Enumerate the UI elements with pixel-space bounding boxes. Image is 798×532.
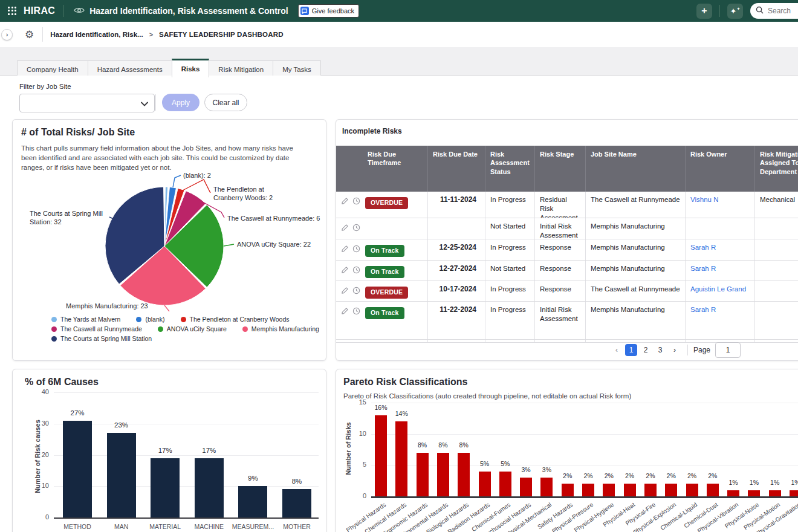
clock-icon[interactable] — [352, 245, 360, 255]
chevron-right-icon: › — [6, 31, 8, 38]
bar-14[interactable] — [644, 484, 657, 496]
bar-4[interactable] — [437, 453, 449, 496]
pencil-icon[interactable] — [341, 287, 349, 297]
pagination-prev-icon[interactable]: ‹ — [611, 344, 623, 356]
bar-7[interactable] — [499, 472, 511, 496]
pagination-next-icon[interactable]: › — [669, 344, 681, 356]
bar-5[interactable] — [458, 453, 470, 496]
bar-4[interactable] — [195, 458, 224, 517]
bar-20[interactable] — [769, 490, 781, 496]
pareto-card: Pareto Risk Classifications Pareto of Ri… — [336, 369, 798, 532]
tab-my-tasks[interactable]: My Tasks — [273, 60, 321, 77]
risk-owner-link[interactable]: Aguistin Le Grand — [690, 285, 746, 293]
bar-21[interactable] — [790, 490, 798, 496]
gear-icon[interactable]: ⚙ — [25, 30, 34, 40]
search-box[interactable] — [750, 3, 798, 19]
bar-18[interactable] — [727, 490, 739, 496]
legend-label: ANOVA uCity Square — [167, 325, 227, 332]
bar-9[interactable] — [540, 478, 553, 496]
assessment-status-cell: In Progress — [485, 281, 535, 301]
timeframe-badge: On Track — [365, 245, 404, 257]
breadcrumb-app[interactable]: Hazard Identification, Risk... — [50, 31, 143, 38]
tab-hazard-assessments[interactable]: Hazard Assessments — [88, 60, 172, 77]
pie-callout-label: ANOVA uCity Square: 22 — [237, 240, 337, 248]
bar-11[interactable] — [582, 484, 594, 496]
risk-owner-link[interactable]: Sarah R — [690, 244, 716, 251]
gridline — [371, 465, 798, 465]
risk-owner-link[interactable]: Sarah R — [690, 306, 716, 313]
bar-2[interactable] — [395, 421, 407, 496]
app-grid-icon[interactable] — [8, 7, 17, 16]
clock-icon[interactable] — [352, 197, 360, 207]
bar-1[interactable] — [375, 415, 387, 496]
gridline — [371, 403, 798, 403]
due-date-cell: 11-22-2024 — [428, 302, 485, 342]
bar-8[interactable] — [520, 478, 532, 496]
give-feedback-label: Give feedback — [312, 7, 354, 15]
bar-6[interactable] — [282, 489, 311, 517]
bar-2[interactable] — [107, 433, 136, 517]
pencil-icon[interactable] — [341, 245, 349, 255]
risk-owner-cell: Sarah R — [686, 261, 755, 281]
bar-19[interactable] — [748, 490, 760, 496]
column-header: Job Site Name — [586, 146, 686, 192]
y-tick-label: 30 — [32, 420, 49, 427]
ai-assistant-button[interactable]: ✦✦ — [727, 4, 743, 19]
bar-3[interactable] — [151, 458, 180, 517]
clock-icon[interactable] — [352, 307, 360, 317]
pagination-page-2[interactable]: 2 — [640, 344, 652, 356]
table-title: Incomplete Risks — [342, 127, 402, 135]
bar-10[interactable] — [562, 484, 574, 496]
risk-owner-link[interactable]: Vishnu N — [690, 196, 718, 203]
row-icons — [341, 197, 360, 207]
risk-stage-cell: Initial Risk Assessment — [535, 302, 586, 342]
clear-all-button[interactable]: Clear all — [204, 94, 247, 111]
clock-icon[interactable] — [352, 266, 360, 276]
pareto-title: Pareto Risk Classifications — [343, 377, 467, 388]
bar-16[interactable] — [686, 484, 698, 496]
pencil-icon[interactable] — [341, 224, 349, 234]
bar-5[interactable] — [238, 486, 267, 517]
risk-owner-link[interactable]: Sarah R — [690, 265, 716, 272]
due-date-cell: 11-11-2024 — [428, 192, 485, 218]
risk-stage-cell: Initial Risk Assessment — [535, 218, 586, 239]
bar-value-label: 9% — [235, 475, 271, 482]
column-header: Risk Assessment Status — [485, 146, 535, 192]
pencil-icon[interactable] — [341, 307, 349, 317]
pencil-icon[interactable] — [341, 266, 349, 276]
bar-12[interactable] — [603, 484, 615, 496]
x-category-label: METHOD — [53, 523, 102, 531]
pencil-icon[interactable] — [341, 197, 349, 207]
search-input[interactable] — [767, 6, 798, 16]
clock-icon[interactable] — [352, 224, 360, 234]
x-category-label: MOTHER NATURE — [273, 523, 321, 532]
clock-icon[interactable] — [352, 287, 360, 297]
expand-sidebar-button[interactable]: › — [1, 29, 13, 41]
legend-row: The Courts at Spring Mill Station — [51, 335, 319, 342]
pagination-page-3[interactable]: 3 — [654, 344, 666, 356]
bar-13[interactable] — [624, 484, 636, 496]
bar-value-label: 8% — [279, 478, 315, 485]
timeframe-badge: On Track — [365, 307, 404, 319]
job-site-select[interactable] — [19, 94, 155, 112]
add-button[interactable]: + — [696, 4, 712, 19]
pagination-page-1[interactable]: 1 — [625, 344, 637, 356]
tab-content: Filter by Job Site Apply Clear all # of … — [0, 76, 798, 532]
bar-1[interactable] — [63, 421, 92, 517]
bar-6[interactable] — [479, 472, 491, 496]
tab-risk-mitigation[interactable]: Risk Mitigation — [209, 60, 273, 77]
bar-value-label: 8% — [446, 441, 482, 449]
bar-15[interactable] — [665, 484, 677, 496]
apply-button[interactable]: Apply — [162, 94, 199, 111]
column-header: Risk Owner — [686, 146, 755, 192]
assessment-status-cell: In Progress — [485, 239, 535, 260]
tab-risks[interactable]: Risks — [172, 59, 210, 77]
total-risks-card: # of Total Risks/ Job Site This chart pu… — [12, 119, 326, 361]
due-date-cell: 12-25-2024 — [428, 239, 485, 260]
tab-company-health[interactable]: Company Health — [17, 60, 88, 77]
give-feedback-button[interactable]: Give feedback — [298, 4, 359, 18]
page-input[interactable] — [715, 342, 741, 358]
breadcrumb-bar: › ⚙ Hazard Identification, Risk... > SAF… — [0, 22, 798, 48]
timeframe-badge: On Track — [365, 266, 404, 278]
bar-3[interactable] — [417, 453, 429, 496]
